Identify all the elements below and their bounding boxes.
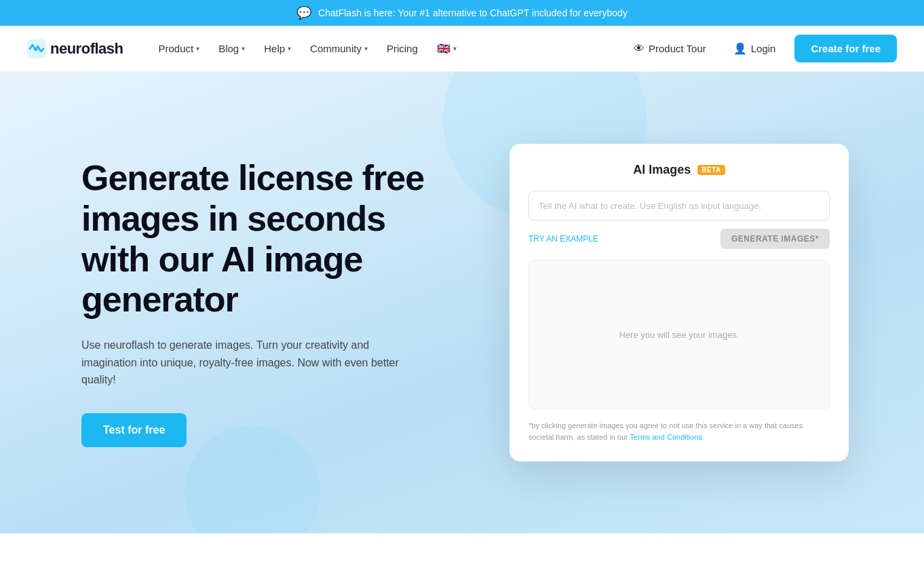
prompt-input-display[interactable]: Tell the AI what to create. Use English … — [528, 191, 830, 221]
prompt-placeholder: Tell the AI what to create. Use English … — [539, 201, 761, 211]
nav-item-product[interactable]: Product ▾ — [150, 37, 208, 60]
disclaimer-text: *by clicking generate images you agree t… — [528, 420, 830, 442]
hero-title: Generate license free images in seconds … — [81, 158, 461, 320]
chevron-down-icon: ▾ — [242, 45, 245, 52]
banner-text: ChatFlash is here: Your #1 alternative t… — [318, 7, 628, 18]
preview-placeholder-text: Here you will see your images. — [619, 330, 739, 340]
app-preview-card: AI Images BETA Tell the AI what to creat… — [509, 144, 849, 461]
nav-right: 👁 Product Tour 👤 Login Create for free — [625, 35, 897, 62]
app-preview-title: AI Images — [633, 163, 691, 177]
login-button[interactable]: 👤 Login — [725, 37, 784, 60]
navbar: neuroflash Product ▾ Blog ▾ Help ▾ Commu… — [0, 26, 924, 72]
nav-item-language[interactable]: 🇬🇧 ▾ — [429, 37, 465, 60]
logo-text: neuroflash — [50, 40, 123, 58]
chevron-down-icon: ▾ — [453, 45, 457, 52]
create-free-button[interactable]: Create for free — [794, 35, 897, 62]
hero-section: Generate license free images in seconds … — [0, 72, 924, 533]
user-icon: 👤 — [733, 42, 747, 55]
logo[interactable]: neuroflash — [27, 39, 123, 58]
prompt-actions: TRY AN EXAMPLE GENERATE IMAGES* — [528, 229, 830, 249]
logo-icon — [27, 39, 46, 58]
beta-badge: BETA — [697, 165, 725, 175]
eye-icon: 👁 — [634, 43, 644, 55]
hero-right: AI Images BETA Tell the AI what to creat… — [461, 144, 897, 461]
svg-point-1 — [35, 47, 39, 51]
generate-images-button[interactable]: GENERATE IMAGES* — [720, 229, 830, 249]
top-banner: 💬 ChatFlash is here: Your #1 alternative… — [0, 0, 924, 26]
nav-item-pricing[interactable]: Pricing — [379, 37, 426, 60]
flag-icon: 🇬🇧 — [437, 42, 450, 55]
image-preview-area: Here you will see your images. — [528, 260, 830, 409]
nav-item-blog[interactable]: Blog ▾ — [210, 37, 253, 60]
nav-links: Product ▾ Blog ▾ Help ▾ Community ▾ Pric… — [150, 37, 625, 60]
app-preview-header: AI Images BETA — [528, 163, 830, 177]
banner-icon: 💬 — [296, 5, 311, 20]
hero-subtitle: Use neuroflash to generate images. Turn … — [81, 337, 407, 389]
chevron-down-icon: ▾ — [364, 45, 368, 52]
terms-conditions-link[interactable]: Terms and Conditions — [630, 433, 702, 441]
test-free-button[interactable]: Test for free — [81, 413, 187, 447]
nav-item-community[interactable]: Community ▾ — [302, 37, 376, 60]
product-tour-button[interactable]: 👁 Product Tour — [625, 37, 714, 60]
chevron-down-icon: ▾ — [196, 45, 199, 52]
try-example-button[interactable]: TRY AN EXAMPLE — [528, 234, 598, 244]
hero-left: Generate license free images in seconds … — [81, 158, 461, 447]
nav-item-help[interactable]: Help ▾ — [256, 37, 299, 60]
chevron-down-icon: ▾ — [288, 45, 291, 52]
